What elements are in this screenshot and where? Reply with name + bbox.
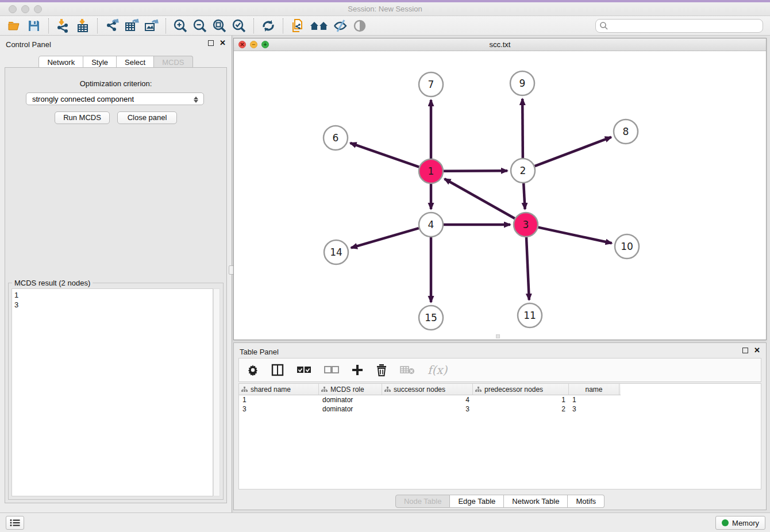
- edge-2-9[interactable]: [522, 99, 523, 158]
- import-network-icon[interactable]: [53, 17, 73, 34]
- table-cell: 3: [569, 404, 619, 414]
- export-network-icon[interactable]: [102, 17, 122, 34]
- zoom-selected-icon[interactable]: [229, 17, 249, 34]
- table-cell: 1: [569, 395, 619, 404]
- export-image-icon[interactable]: [141, 17, 161, 34]
- delete-column-icon[interactable]: [376, 364, 387, 376]
- main-toolbar: [0, 16, 770, 36]
- table-cell: 2: [473, 404, 569, 414]
- float-panel-icon[interactable]: [208, 40, 214, 46]
- open-file-icon[interactable]: [5, 17, 24, 34]
- node-label-14: 14: [330, 246, 342, 258]
- edge-4-14[interactable]: [351, 228, 419, 248]
- table-row[interactable]: 3dominator323: [239, 404, 761, 414]
- task-history-button[interactable]: [6, 516, 24, 530]
- edge-2-3[interactable]: [523, 183, 525, 209]
- mcds-result-text[interactable]: 1 3: [11, 288, 213, 496]
- node-label-6: 6: [333, 132, 339, 144]
- edge-2-8[interactable]: [535, 137, 611, 167]
- node-label-4: 4: [428, 219, 434, 230]
- select-stepper-icon: [193, 95, 199, 104]
- float-table-panel-icon[interactable]: [742, 348, 748, 353]
- table-cell: 1: [473, 395, 569, 404]
- result-scrollbar[interactable]: [213, 288, 220, 496]
- table-cell: dominator: [319, 395, 382, 404]
- tab-motifs[interactable]: Motifs: [568, 495, 605, 508]
- node-label-15: 15: [425, 312, 437, 323]
- toolbar-separator: [165, 18, 166, 33]
- toolbar-separator: [283, 18, 283, 33]
- node-label-8: 8: [623, 126, 629, 137]
- tree-icon: [321, 387, 328, 392]
- toolbar-separator: [48, 18, 49, 33]
- zoom-fit-icon[interactable]: [210, 17, 229, 34]
- search-box: [595, 19, 763, 33]
- column-header-shared-name[interactable]: shared name: [239, 384, 319, 395]
- table-panel: Table Panel ✕ f(x) shared nameMCDS roles…: [233, 342, 767, 510]
- table-tabs: Node TableEdge TableNetwork TableMotifs: [234, 495, 766, 508]
- edge-1-6[interactable]: [350, 143, 419, 167]
- edge-3-10[interactable]: [538, 228, 612, 244]
- close-panel-icon[interactable]: ✕: [220, 40, 226, 46]
- column-header-predecessor-nodes[interactable]: predecessor nodes: [473, 384, 569, 395]
- column-header-successor-nodes[interactable]: successor nodes: [382, 384, 473, 395]
- network-canvas[interactable]: 7968124314101511: [234, 51, 766, 340]
- optimization-select-value: strongly connected component: [32, 95, 134, 103]
- add-column-icon[interactable]: [352, 364, 363, 376]
- network-graph[interactable]: 7968124314101511: [234, 51, 766, 340]
- table-row[interactable]: 1dominator411: [239, 395, 761, 404]
- tab-edge-table[interactable]: Edge Table: [450, 495, 504, 508]
- statusbar: Memory: [0, 512, 770, 532]
- memory-button[interactable]: Memory: [715, 516, 765, 530]
- node-table[interactable]: shared nameMCDS rolesuccessor nodesprede…: [238, 383, 761, 489]
- first-neighbors-icon[interactable]: [307, 17, 330, 34]
- node-label-11: 11: [523, 310, 536, 321]
- table-toolbar: f(x): [238, 358, 761, 382]
- zoom-out-icon[interactable]: [190, 17, 210, 34]
- zoom-in-icon[interactable]: [171, 17, 190, 34]
- birdseye-view-icon[interactable]: [350, 17, 369, 34]
- table-header-row: shared nameMCDS rolesuccessor nodesprede…: [239, 384, 621, 395]
- node-label-7: 7: [428, 79, 434, 90]
- toolbar-separator: [97, 18, 98, 33]
- network-window-titlebar[interactable]: ✕ − + scc.txt: [234, 38, 766, 51]
- tab-node-table[interactable]: Node Table: [395, 495, 451, 508]
- titlebar: Session: New Session: [0, 2, 770, 16]
- save-session-icon[interactable]: [24, 17, 44, 34]
- apply-layout-icon[interactable]: [259, 17, 278, 34]
- optimization-select[interactable]: strongly connected component: [26, 92, 204, 105]
- table-cell: 4: [382, 395, 473, 404]
- edge-1-2[interactable]: [444, 171, 507, 171]
- column-header-name[interactable]: name: [569, 384, 619, 395]
- node-label-1: 1: [428, 165, 434, 177]
- export-table-icon[interactable]: [122, 17, 141, 34]
- select-all-icon[interactable]: [297, 366, 311, 374]
- edge-3-11[interactable]: [526, 237, 529, 300]
- edge-3-1[interactable]: [445, 179, 515, 218]
- table-cell: dominator: [319, 404, 382, 414]
- gear-icon[interactable]: [247, 364, 259, 376]
- memory-label: Memory: [732, 519, 759, 527]
- split-columns-icon[interactable]: [271, 364, 284, 376]
- hide-selected-icon[interactable]: [330, 17, 350, 34]
- copy-network-icon[interactable]: [288, 17, 307, 34]
- tab-network-table[interactable]: Network Table: [504, 495, 568, 508]
- column-header-MCDS-role[interactable]: MCDS role: [319, 384, 382, 395]
- search-input[interactable]: [609, 20, 763, 32]
- run-mcds-button[interactable]: Run MCDS: [55, 111, 110, 124]
- tree-icon: [384, 387, 391, 392]
- node-label-3: 3: [523, 219, 529, 230]
- function-builder-icon[interactable]: f(x): [428, 363, 447, 377]
- view-resize-handle[interactable]: [496, 334, 500, 338]
- table-body: 1dominator4113dominator323: [239, 395, 761, 414]
- deselect-all-icon[interactable]: [324, 366, 339, 374]
- close-table-panel-icon[interactable]: ✕: [754, 348, 760, 353]
- memory-status-icon: [722, 519, 729, 526]
- list-icon: [10, 519, 20, 527]
- import-table-icon[interactable]: [73, 17, 93, 34]
- optimization-label: Optimization criterion:: [5, 79, 226, 88]
- close-panel-button[interactable]: Close panel: [117, 111, 177, 124]
- control-panel: Control Panel ✕ NetworkStyleSelectMCDS O…: [0, 36, 232, 512]
- tree-icon: [475, 387, 482, 392]
- delete-table-icon[interactable]: [400, 365, 415, 375]
